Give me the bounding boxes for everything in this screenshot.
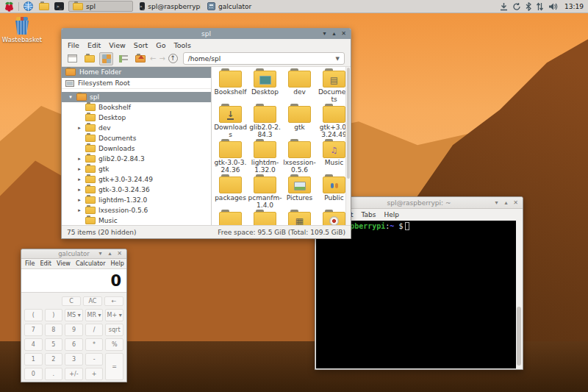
file-item[interactable]: Pictures <box>282 174 317 210</box>
digit-8-button[interactable]: 8 <box>45 324 63 336</box>
minimize-icon[interactable]: ▾ <box>96 249 105 259</box>
maximize-icon[interactable]: ▴ <box>329 29 339 39</box>
path-input[interactable]: /home/spl ▼ <box>183 52 345 65</box>
menu-edit[interactable]: Edit <box>87 41 101 49</box>
new-tab-button[interactable] <box>65 52 79 65</box>
all-clear-button[interactable]: AC <box>83 296 102 306</box>
file-item[interactable]: packages <box>213 174 248 210</box>
volume-icon[interactable] <box>548 2 558 11</box>
equals-button[interactable]: = <box>105 353 123 380</box>
clock[interactable]: 13:19 <box>564 3 584 10</box>
close-icon[interactable]: ✕ <box>339 29 348 39</box>
raspberry-menu-button[interactable] <box>3 1 15 12</box>
file-item[interactable]: gtk <box>282 104 317 139</box>
decimal-button[interactable]: . <box>45 368 63 380</box>
chevron-down-icon[interactable]: ▼ <box>336 56 340 62</box>
bluetooth-icon[interactable] <box>526 2 531 11</box>
tree-item[interactable]: ▸dev <box>62 123 211 133</box>
forward-icon[interactable]: → <box>159 54 165 63</box>
file-manager-launcher[interactable] <box>37 1 50 12</box>
digit-2-button[interactable]: 2 <box>45 353 63 366</box>
tree-item[interactable]: ▸lxsession-0.5.6 <box>62 205 211 215</box>
multiply-button[interactable]: * <box>85 338 104 351</box>
digit-4-button[interactable]: 4 <box>24 338 43 351</box>
web-browser-launcher[interactable] <box>22 1 35 12</box>
file-icon-pane[interactable]: Bookshelf Desktop dev Documents Download… <box>212 67 351 225</box>
expander-icon[interactable]: ▸ <box>76 125 82 131</box>
tree-item[interactable]: ▸gtk-3.0-3.24.36 <box>62 185 211 195</box>
menu-help[interactable]: Help <box>111 260 124 267</box>
menu-view[interactable]: View <box>109 41 126 49</box>
maximize-icon[interactable]: ▴ <box>501 198 511 208</box>
expander-icon[interactable]: ▸ <box>76 156 82 162</box>
taskbar-task-terminal[interactable]: spl@raspberrypi: ~ <box>136 1 201 12</box>
tree-item[interactable]: Downloads <box>62 143 211 154</box>
tree-item[interactable]: ▸glib2.0-2.84.3 <box>62 154 211 164</box>
minimize-icon[interactable]: ▾ <box>492 198 501 208</box>
tree-item[interactable]: ▸gtk+3.0-3.24.49 <box>62 174 211 185</box>
clear-button[interactable]: C <box>62 296 81 306</box>
divide-button[interactable]: / <box>85 324 104 336</box>
tree-item[interactable]: ▸gtk <box>62 164 211 174</box>
download-icon[interactable] <box>500 2 508 11</box>
file-item[interactable]: lightdm-1.32.0 <box>248 139 282 174</box>
expander-icon[interactable]: ▸ <box>76 187 82 193</box>
place-filesystem-root[interactable]: Filesystem Root <box>62 78 211 89</box>
expander-icon[interactable]: ▸ <box>76 177 82 182</box>
digit-1-button[interactable]: 1 <box>24 353 43 366</box>
memory-add-button[interactable]: M+ ▾ <box>105 309 123 321</box>
tree-item-spl[interactable]: ▾ spl <box>62 92 211 102</box>
file-item[interactable]: dev <box>282 68 317 104</box>
terminal-output[interactable]: spl@raspberrypi:~ $ <box>316 221 522 368</box>
sqrt-button[interactable]: sqrt <box>105 324 123 336</box>
menu-file[interactable]: File <box>68 41 79 49</box>
percent-button[interactable]: % <box>105 338 123 351</box>
digit-5-button[interactable]: 5 <box>45 338 63 351</box>
maximize-icon[interactable]: ▴ <box>105 249 115 259</box>
tree-item[interactable]: Music <box>62 215 211 225</box>
digit-9-button[interactable]: 9 <box>65 324 83 336</box>
file-item[interactable] <box>213 210 248 225</box>
list-view-button[interactable] <box>116 52 130 65</box>
menu-help[interactable]: Help <box>384 211 399 218</box>
open-paren-button[interactable]: ( <box>24 309 43 321</box>
add-button[interactable]: + <box>85 368 104 380</box>
digit-3-button[interactable]: 3 <box>65 353 83 366</box>
digit-7-button[interactable]: 7 <box>24 324 43 336</box>
file-item[interactable]: pcmanfm-1.4.0 <box>248 174 282 210</box>
taskbar-task-galculator[interactable]: galculator <box>204 1 268 12</box>
network-icon[interactable] <box>536 2 544 11</box>
subtract-button[interactable]: - <box>85 353 104 366</box>
new-folder-button[interactable] <box>82 52 96 65</box>
tree-item[interactable]: Desktop <box>62 113 211 123</box>
file-item[interactable] <box>282 210 317 225</box>
file-item[interactable]: Bookshelf <box>213 68 248 104</box>
menu-tabs[interactable]: Tabs <box>362 211 376 218</box>
backspace-button[interactable]: ← <box>104 296 123 306</box>
wastebasket-desktop-icon[interactable]: Wastebasket <box>3 17 41 43</box>
tree-item[interactable]: ▸lightdm-1.32.0 <box>62 195 211 205</box>
menu-go[interactable]: Go <box>156 41 165 49</box>
memory-store-button[interactable]: MS ▾ <box>65 309 83 321</box>
menu-tools[interactable]: Tools <box>174 41 191 49</box>
file-manager-titlebar[interactable]: spl ▾ ▴ ✕ <box>62 29 351 39</box>
file-item[interactable]: gtk-3.0-3.24.36 <box>213 139 248 174</box>
expander-icon[interactable]: ▾ <box>68 94 74 100</box>
terminal-launcher[interactable] <box>53 1 65 12</box>
back-icon[interactable]: ← <box>150 54 156 63</box>
file-item[interactable]: Desktop <box>248 68 282 104</box>
menu-file[interactable]: File <box>25 260 35 267</box>
file-item[interactable]: glib2.0-2.84.3 <box>248 104 282 139</box>
menu-view[interactable]: View <box>57 260 71 267</box>
close-icon[interactable]: ✕ <box>511 198 520 208</box>
taskbar-task-spl[interactable]: spl <box>68 1 133 12</box>
home-button[interactable] <box>133 52 147 65</box>
minimize-icon[interactable]: ▾ <box>320 29 329 39</box>
close-paren-button[interactable]: ) <box>45 309 63 321</box>
sign-button[interactable]: +/- <box>65 368 83 380</box>
expander-icon[interactable]: ▸ <box>76 197 82 203</box>
close-icon[interactable]: ✕ <box>115 249 124 259</box>
file-pane-scrollbar[interactable] <box>345 67 351 225</box>
tree-item[interactable]: Bookshelf <box>62 102 211 113</box>
menu-calculator[interactable]: Calculator <box>76 260 106 267</box>
